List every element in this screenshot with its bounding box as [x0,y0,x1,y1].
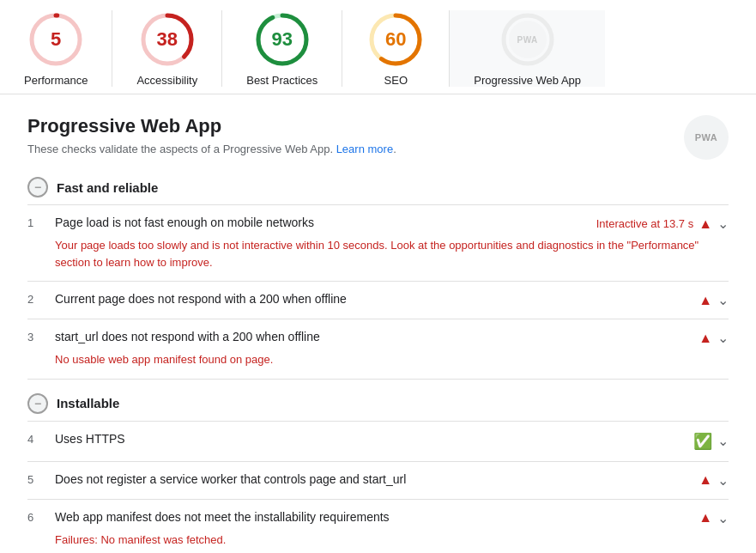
pass-icon-4: ✅ [693,432,712,451]
audit-text-6: Web app manifest does not meet the insta… [55,510,686,524]
pwa-header: Progressive Web App These checks validat… [27,115,729,160]
scores-bar: 5 Performance 38 Accessibility 93 Best P… [0,0,756,94]
fast-reliable-header: − Fast and reliable [27,177,729,198]
score-accessibility[interactable]: 38 Accessibility [112,10,222,87]
audit-right-4: ✅ ⌄ [693,432,729,451]
warning-icon-2: ▲ [699,293,712,308]
audit-row-3-header: 3 start_url does not respond with a 200 … [27,330,729,346]
audit-row-1-header: 1 Page load is not fast enough on mobile… [27,216,729,232]
accessibility-circle: 38 [138,10,197,69]
audit-right-3: ▲ ⌄ [699,330,729,346]
best-practices-value: 93 [272,28,293,51]
seo-label: SEO [384,74,408,87]
audit-row-4: 4 Uses HTTPS ✅ ⌄ [27,422,729,462]
audit-num-4: 4 [27,432,43,446]
score-seo[interactable]: 60 SEO [342,10,450,87]
fast-reliable-icon: − [27,177,48,198]
audit-row-4-header: 4 Uses HTTPS ✅ ⌄ [27,432,729,451]
chevron-icon-3[interactable]: ⌄ [717,330,729,346]
audit-text-2: Current page does not respond with a 200… [55,292,686,306]
audit-num-5: 5 [27,472,43,486]
audit-text-3: start_url does not respond with a 200 wh… [55,330,686,343]
performance-label: Performance [24,74,88,87]
installable-icon: − [27,393,48,414]
chevron-icon-1[interactable]: ⌄ [717,216,729,232]
pwa-circle: PWA [499,10,557,69]
chevron-icon-5[interactable]: ⌄ [717,472,729,489]
performance-circle: 5 [27,10,85,69]
audit-row-5: 5 Does not register a service worker tha… [27,462,729,500]
audit-text-1: Page load is not fast enough on mobile n… [55,216,584,229]
best-practices-label: Best Practices [246,74,318,87]
pwa-label: Progressive Web App [474,74,581,87]
audit-right-1: Interactive at 13.7 s ▲ ⌄ [596,216,729,232]
audit-row-2-header: 2 Current page does not respond with a 2… [27,292,729,308]
main-content: Progressive Web App These checks validat… [0,94,756,553]
warning-icon-1: ▲ [699,216,712,232]
score-performance[interactable]: 5 Performance [0,10,112,87]
installable-title: Installable [57,396,119,410]
audit-num-1: 1 [27,216,43,229]
audit-right-6: ▲ ⌄ [699,510,729,526]
audit-status-1: Interactive at 13.7 s [596,217,693,230]
audit-num-6: 6 [27,510,43,524]
accessibility-label: Accessibility [136,74,197,87]
audit-right-2: ▲ ⌄ [699,292,729,308]
audit-num-2: 2 [27,292,43,306]
fast-reliable-list: 1 Page load is not fast enough on mobile… [27,204,729,380]
pwa-logo-icon: PWA [509,21,547,58]
installable-header: − Installable [27,393,729,414]
subtitle-text: These checks validate the aspects of a P… [27,143,333,155]
audit-detail-6: Failures: No manifest was fetched. [55,532,729,549]
score-best-practices[interactable]: 93 Best Practices [222,10,342,87]
warning-icon-6: ▲ [699,510,712,526]
seo-value: 60 [385,28,406,51]
fast-reliable-title: Fast and reliable [57,180,158,195]
page-title: Progressive Web App [27,115,396,137]
audit-text-4: Uses HTTPS [55,432,681,446]
seo-circle: 60 [366,10,425,69]
pwa-header-logo: PWA [684,115,729,160]
audit-right-5: ▲ ⌄ [699,472,729,489]
audit-row-6: 6 Web app manifest does not meet the ins… [27,500,729,554]
audit-row-5-header: 5 Does not register a service worker tha… [27,472,729,489]
chevron-icon-2[interactable]: ⌄ [717,292,729,308]
accessibility-value: 38 [157,28,178,51]
audit-detail-1: Your page loads too slowly and is not in… [55,237,729,270]
audit-text-5: Does not register a service worker that … [55,472,686,486]
learn-more-link[interactable]: Learn more [336,143,393,155]
warning-icon-5: ▲ [699,472,712,488]
audit-row-6-header: 6 Web app manifest does not meet the ins… [27,510,729,526]
performance-value: 5 [51,28,61,51]
audit-row-2: 2 Current page does not respond with a 2… [27,282,729,319]
audit-row-1: 1 Page load is not fast enough on mobile… [27,205,729,282]
score-pwa[interactable]: PWA Progressive Web App [450,10,605,87]
audit-num-3: 3 [27,330,43,343]
warning-icon-3: ▲ [699,331,712,346]
audit-row-3: 3 start_url does not respond with a 200 … [27,319,729,380]
chevron-icon-6[interactable]: ⌄ [717,510,729,526]
pwa-header-text: Progressive Web App These checks validat… [27,115,396,155]
installable-list: 4 Uses HTTPS ✅ ⌄ 5 Does not register a s… [27,421,729,554]
audit-detail-3: No usable web app manifest found on page… [55,351,729,368]
best-practices-circle: 93 [253,10,311,69]
chevron-icon-4[interactable]: ⌄ [717,433,729,449]
page-subtitle: These checks validate the aspects of a P… [27,143,396,155]
